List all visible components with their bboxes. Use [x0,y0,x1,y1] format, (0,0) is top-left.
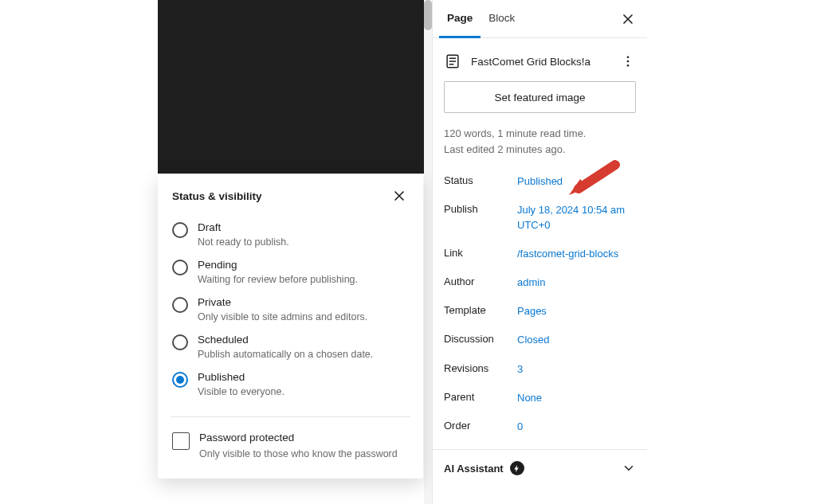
order-link[interactable]: 0 [517,420,523,434]
revisions-link[interactable]: 3 [517,362,523,377]
status-option-draft[interactable]: Draft Not ready to publish. [172,221,409,248]
editor-scrollbar[interactable] [424,0,432,504]
kv-key-parent: Parent [444,391,517,403]
svg-point-1 [627,56,630,58]
popover-title: Status & visibility [172,190,262,202]
editor-dark-region [158,0,424,174]
option-label: Scheduled [198,334,373,346]
checkbox-icon[interactable] [172,432,190,450]
kv-key-order: Order [444,420,517,432]
radio-icon [172,297,188,313]
close-icon[interactable] [390,186,409,205]
ai-assistant-panel-toggle[interactable]: AI Assistant [433,450,647,486]
bolt-icon [510,461,524,475]
status-option-private[interactable]: Private Only visible to site admins and … [172,296,409,322]
kv-key-link: Link [444,247,517,259]
password-desc: Only visible to those who know the passw… [199,448,398,459]
divider [171,416,410,417]
tab-page[interactable]: Page [439,0,481,38]
svg-point-2 [627,61,630,63]
option-label: Pending [198,259,358,271]
status-option-pending[interactable]: Pending Waiting for review before publis… [172,259,409,285]
svg-point-3 [627,64,630,67]
status-option-scheduled[interactable]: Scheduled Publish automatically on a cho… [172,334,409,360]
permalink-link[interactable]: /fastcomet-grid-blocks [517,247,618,261]
kebab-menu-icon[interactable] [620,53,636,69]
password-protected-row[interactable]: Password protected Only visible to those… [172,432,409,459]
option-label: Draft [198,221,289,233]
author-link[interactable]: admin [517,275,545,290]
editor-canvas: Status & visibility Draft Not ready to p… [158,0,424,504]
ai-assistant-label: AI Assistant [444,463,504,475]
discussion-link[interactable]: Closed [517,333,549,347]
radio-icon [172,334,188,350]
kv-key-status: Status [444,174,517,186]
option-desc: Not ready to publish. [198,236,289,248]
option-desc: Only visible to site admins and editors. [198,311,367,322]
option-label: Published [198,371,284,383]
password-label: Password protected [199,432,398,443]
option-desc: Waiting for review before publishing. [198,274,358,285]
radio-icon [172,222,188,238]
radio-icon [172,260,188,275]
option-label: Private [198,296,367,308]
word-count-text: 120 words, 1 minute read time. [444,126,636,142]
template-link[interactable]: Pages [517,304,547,318]
kv-key-revisions: Revisions [444,362,517,374]
status-visibility-popover: Status & visibility Draft Not ready to p… [158,174,423,479]
chevron-down-icon [622,461,636,475]
sidebar-tabs: Page Block [433,0,647,38]
kv-key-template: Template [444,304,517,316]
publish-date-link[interactable]: July 18, 2024 10:54 am UTC+0 [517,203,636,232]
radio-icon [172,372,188,388]
close-icon[interactable] [615,6,641,32]
tab-block[interactable]: Block [481,0,523,38]
parent-link[interactable]: None [517,391,542,405]
status-option-published[interactable]: Published Visible to everyone. [172,371,409,397]
scrollbar-thumb[interactable] [424,0,432,30]
kv-key-discussion: Discussion [444,333,517,345]
option-desc: Visible to everyone. [198,386,284,397]
kv-key-author: Author [444,275,517,287]
page-title: FastComet Grid Blocks!a [471,56,610,68]
settings-sidebar: Page Block FastComet Grid Blocks!a Set f… [432,0,647,504]
last-edited-text: Last edited 2 minutes ago. [444,142,636,158]
status-link[interactable]: Published [517,174,563,189]
option-desc: Publish automatically on a chosen date. [198,349,373,360]
kv-key-publish: Publish [444,203,517,215]
set-featured-image-button[interactable]: Set featured image [444,81,636,113]
document-icon [444,53,461,70]
